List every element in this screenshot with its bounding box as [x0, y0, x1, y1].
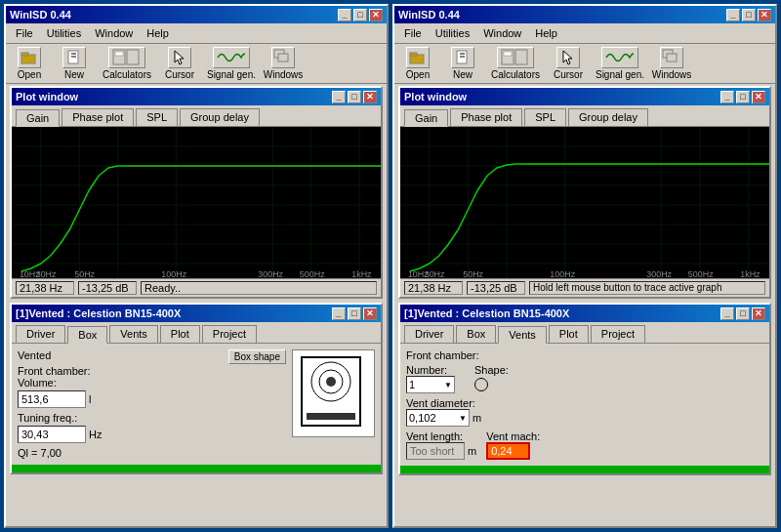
left-close-btn[interactable]: ✕: [369, 9, 383, 21]
left-menu-window[interactable]: Window: [89, 25, 139, 41]
left-plot-window: Plot window _ □ ✕ Gain Phase plot SPL Gr…: [10, 86, 383, 299]
svg-rect-50: [400, 127, 769, 278]
left-box-shape-btn[interactable]: Box shape: [228, 349, 286, 364]
svg-text:500Hz: 500Hz: [688, 269, 714, 278]
left-plot-min[interactable]: _: [332, 91, 346, 103]
left-menu-bar: File Utilities Window Help: [6, 23, 387, 44]
left-status-db: -13,25 dB: [78, 281, 137, 295]
right-cursor-label: Cursor: [554, 69, 583, 80]
svg-text:100Hz: 100Hz: [161, 269, 186, 278]
right-sub-tab-project[interactable]: Project: [591, 325, 645, 343]
right-new-label: New: [453, 69, 473, 80]
vent-diameter-combo[interactable]: 0,102 ▼: [406, 409, 470, 427]
right-plot-close[interactable]: ✕: [752, 91, 765, 103]
right-plot-min[interactable]: _: [720, 91, 734, 103]
right-cursor-btn[interactable]: Cursor: [549, 47, 588, 80]
left-signal-btn[interactable]: Signal gen.: [205, 47, 258, 80]
shape-circle[interactable]: [474, 378, 488, 391]
left-sub-tabs: Driver Box Vents Plot Project: [12, 322, 381, 344]
right-sub-max[interactable]: □: [736, 307, 750, 320]
right-status-bar: 21,38 Hz -13,25 dB Hold left mouse butto…: [400, 278, 769, 297]
right-menu-window[interactable]: Window: [477, 25, 527, 41]
right-sub-close[interactable]: ✕: [752, 307, 765, 320]
left-new-btn[interactable]: New: [55, 47, 94, 80]
vent-diam-arrow: ▼: [459, 414, 467, 423]
vent-mach-label: Vent mach:: [486, 430, 540, 442]
left-sub-max[interactable]: □: [348, 307, 361, 320]
right-main-window: WinISD 0.44 _ □ ✕ File Utilities Window …: [392, 4, 777, 528]
right-sub-window: [1]Vented : Celestion BN15-400X _ □ ✕ Dr…: [398, 303, 771, 475]
left-menu-file[interactable]: File: [10, 25, 39, 41]
left-tab-group[interactable]: Group delay: [180, 108, 260, 126]
number-label: Number:: [406, 364, 455, 376]
left-sub-tab-driver[interactable]: Driver: [16, 325, 65, 343]
left-sub-min[interactable]: _: [332, 307, 346, 320]
left-graph[interactable]: 10Hz 30Hz 50Hz 100Hz 300Hz 500Hz 1kHz: [12, 127, 381, 278]
svg-text:1kHz: 1kHz: [740, 269, 760, 278]
right-tab-gain[interactable]: Gain: [404, 109, 448, 127]
left-cursor-btn[interactable]: Cursor: [160, 47, 199, 80]
right-plot-max[interactable]: □: [736, 91, 750, 103]
right-graph[interactable]: 10Hz 30Hz 50Hz 100Hz 300Hz 500Hz 1kHz: [400, 127, 769, 278]
right-sub-title: [1]Vented : Celestion BN15-400X _ □ ✕: [400, 305, 769, 322]
right-tab-group[interactable]: Group delay: [568, 108, 648, 126]
left-menu-help[interactable]: Help: [141, 25, 175, 41]
right-menu-utilities[interactable]: Utilities: [430, 25, 475, 41]
right-minimize-btn[interactable]: _: [726, 9, 740, 21]
right-sub-min[interactable]: _: [720, 307, 734, 320]
left-sub-tab-box[interactable]: Box: [67, 326, 107, 344]
right-open-btn[interactable]: Open: [398, 47, 437, 80]
left-plot-max[interactable]: □: [348, 91, 361, 103]
right-calc-btn[interactable]: Calculators: [488, 47, 543, 80]
left-calc-btn[interactable]: Calculators: [100, 47, 154, 80]
right-tab-spl[interactable]: SPL: [524, 108, 566, 126]
right-close-btn[interactable]: ✕: [758, 9, 771, 21]
vent-length-input[interactable]: [406, 442, 465, 460]
left-open-btn[interactable]: Open: [10, 47, 49, 80]
left-plot-close[interactable]: ✕: [363, 91, 377, 103]
right-menu-help[interactable]: Help: [529, 25, 563, 41]
vent-length-unit: m: [468, 445, 476, 457]
svg-rect-46: [515, 50, 527, 64]
right-sub-tab-plot[interactable]: Plot: [549, 325, 589, 343]
left-sub-tab-vents[interactable]: Vents: [109, 325, 158, 343]
tuning-input[interactable]: [18, 426, 86, 443]
right-sub-tab-vents[interactable]: Vents: [498, 326, 547, 344]
svg-rect-45: [504, 52, 512, 56]
right-sub-tab-driver[interactable]: Driver: [404, 325, 454, 343]
left-calc-label: Calculators: [103, 69, 151, 80]
left-menu-utilities[interactable]: Utilities: [41, 25, 87, 41]
left-windows-btn[interactable]: Windows: [264, 47, 303, 80]
left-sub-tab-plot[interactable]: Plot: [160, 325, 200, 343]
speaker-box-illustration: [292, 349, 375, 437]
left-plot-tabs: Gain Phase plot SPL Group delay: [12, 105, 381, 127]
right-menu-file[interactable]: File: [398, 25, 428, 41]
left-minimize-btn[interactable]: _: [338, 9, 351, 21]
left-maximize-btn[interactable]: □: [353, 9, 367, 21]
right-front-chamber: Front chamber:: [406, 349, 763, 361]
svg-text:30Hz: 30Hz: [36, 269, 57, 278]
right-maximize-btn[interactable]: □: [742, 9, 756, 21]
volume-input[interactable]: [18, 390, 86, 408]
left-tab-spl[interactable]: SPL: [136, 108, 178, 126]
right-tab-phase[interactable]: Phase plot: [450, 108, 522, 126]
right-sub-tab-box[interactable]: Box: [456, 325, 496, 343]
vent-mach-input[interactable]: [486, 442, 530, 460]
right-windows-btn[interactable]: Windows: [652, 47, 691, 80]
left-sub-close[interactable]: ✕: [363, 307, 377, 320]
number-combo[interactable]: 1 ▼: [406, 376, 455, 393]
svg-point-37: [326, 377, 336, 387]
right-new-btn[interactable]: New: [443, 47, 482, 80]
volume-label: Volume:: [18, 377, 286, 389]
vent-diameter-label: Vent diameter:: [406, 397, 763, 409]
svg-rect-10: [278, 54, 288, 61]
left-sub-tab-project[interactable]: Project: [202, 325, 257, 343]
right-signal-btn[interactable]: Signal gen.: [594, 47, 646, 80]
right-plot-window: Plot window _ □ ✕ Gain Phase plot SPL Gr…: [398, 86, 771, 299]
left-title-bar: WinISD 0.44 _ □ ✕: [6, 6, 387, 23]
left-tab-phase[interactable]: Phase plot: [62, 108, 134, 126]
svg-text:100Hz: 100Hz: [550, 269, 575, 278]
left-tab-gain[interactable]: Gain: [16, 109, 60, 127]
right-bottom-bar: [400, 466, 769, 473]
right-status-db: -13,25 dB: [467, 281, 525, 295]
